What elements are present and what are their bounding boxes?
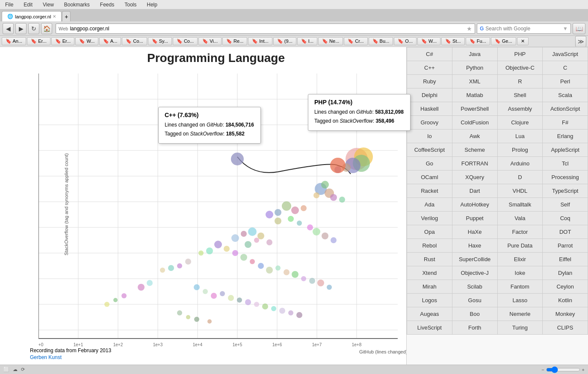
new-tab-button[interactable]: +: [62, 11, 71, 21]
lang-cell-io[interactable]: Io: [407, 130, 452, 143]
lang-cell-d[interactable]: D: [498, 171, 543, 184]
lang-cell-ruby[interactable]: Ruby: [407, 75, 452, 88]
lang-cell-mirah[interactable]: Mirah: [407, 280, 452, 293]
bookmark-o[interactable]: 🔖 O...: [394, 37, 417, 45]
lang-cell-logos[interactable]: Logos: [407, 294, 452, 307]
forward-button[interactable]: ▶: [15, 23, 27, 34]
lang-cell-fantom[interactable]: Fantom: [498, 280, 543, 293]
lang-cell-turing[interactable]: Turing: [498, 321, 543, 334]
lang-cell-perl[interactable]: Perl: [543, 75, 588, 88]
lang-cell-clips[interactable]: CLIPS: [543, 321, 588, 334]
bookmark-bu[interactable]: 🔖 Bu...: [369, 37, 393, 45]
lang-cell-coffeescript[interactable]: CoffeeScript: [407, 143, 452, 156]
lang-cell-coq[interactable]: Coq: [543, 212, 588, 225]
lang-cell-xquery[interactable]: XQuery: [452, 171, 497, 184]
lang-cell-go[interactable]: Go: [407, 157, 452, 170]
bookmark-st[interactable]: 🔖 St...: [441, 37, 465, 45]
bookmark-re[interactable]: 🔖 Re...: [222, 37, 247, 45]
lang-cell-groovy[interactable]: Groovy: [407, 116, 452, 129]
author-link[interactable]: Gerben Kunst: [30, 354, 111, 360]
lang-cell-tcl[interactable]: Tcl: [543, 157, 588, 170]
lang-cell-delphi[interactable]: Delphi: [407, 88, 452, 102]
menu-bookmarks[interactable]: Bookmarks: [62, 1, 92, 9]
bookmark-add[interactable]: ≫: [575, 36, 586, 47]
lang-cell-dart[interactable]: Dart: [452, 184, 497, 197]
bookmark-w2[interactable]: 🔖 W...: [417, 37, 440, 45]
bookmark-co1[interactable]: 🔖 Co...: [122, 37, 147, 45]
menu-feeds[interactable]: Feeds: [98, 1, 116, 9]
lang-cell-processing[interactable]: Processing: [543, 171, 588, 184]
lang-cell-fortran[interactable]: FORTRAN: [452, 157, 497, 170]
menu-file[interactable]: File: [3, 1, 15, 9]
lang-cell-objective-j[interactable]: Objective-J: [452, 266, 497, 280]
lang-cell-gosu[interactable]: Gosu: [452, 294, 497, 307]
lang-cell-scilab[interactable]: Scilab: [452, 280, 497, 293]
lang-cell-xml[interactable]: XML: [452, 75, 497, 88]
lang-cell-vhdl[interactable]: VHDL: [498, 184, 543, 197]
zoom-out-icon[interactable]: −: [541, 367, 544, 372]
lang-cell-javascript[interactable]: JavaScript: [543, 47, 588, 61]
lang-cell-vala[interactable]: Vala: [498, 212, 543, 225]
lang-cell-shell[interactable]: Shell: [498, 88, 543, 102]
lang-cell-rebol[interactable]: Rebol: [407, 239, 452, 252]
lang-cell-nemerle[interactable]: Nemerle: [498, 307, 543, 321]
lang-cell-livescript[interactable]: LiveScript: [407, 321, 452, 334]
lang-cell-self[interactable]: Self: [543, 198, 588, 211]
lang-cell-coldfusion[interactable]: ColdFusion: [452, 116, 497, 129]
lang-cell-haxe[interactable]: Haxe: [452, 239, 497, 252]
lang-cell-haskell[interactable]: Haskell: [407, 102, 452, 115]
lang-cell-parrot[interactable]: Parrot: [543, 239, 588, 252]
menu-view[interactable]: View: [41, 1, 56, 9]
lang-cell-elixir[interactable]: Elixir: [498, 253, 543, 266]
lang-cell-augeas[interactable]: Augeas: [407, 307, 452, 321]
lang-cell-smalltalk[interactable]: Smalltalk: [498, 198, 543, 211]
lang-cell-awk[interactable]: Awk: [452, 130, 497, 143]
lang-cell-assembly[interactable]: Assembly: [498, 102, 543, 115]
lang-cell-opa[interactable]: Opa: [407, 225, 452, 239]
lang-cell-puppet[interactable]: Puppet: [452, 212, 497, 225]
bookmark-a[interactable]: 🔖 A...: [99, 37, 121, 45]
bookmark-sy[interactable]: 🔖 Sy...: [148, 37, 172, 45]
star-icon[interactable]: ★: [467, 25, 472, 32]
lang-cell-c--[interactable]: C++: [407, 61, 452, 74]
lang-cell-c[interactable]: C: [543, 61, 588, 74]
lang-cell-ocaml[interactable]: OCaml: [407, 171, 452, 184]
lang-cell-autohotkey[interactable]: AutoHotkey: [452, 198, 497, 211]
lang-cell-boo[interactable]: Boo: [452, 307, 497, 321]
zoom-slider[interactable]: [546, 366, 580, 373]
lang-cell-verilog[interactable]: Verilog: [407, 212, 452, 225]
lang-cell-ada[interactable]: Ada: [407, 198, 452, 211]
search-submit-icon[interactable]: ▼: [563, 26, 568, 32]
lang-cell-c-[interactable]: C#: [407, 47, 452, 61]
lang-cell-factor[interactable]: Factor: [498, 225, 543, 239]
bookmark-an[interactable]: 🔖 An...: [2, 37, 26, 45]
lang-cell-r[interactable]: R: [498, 75, 543, 88]
lang-cell-ioke[interactable]: Ioke: [498, 266, 543, 280]
lang-cell-lasso[interactable]: Lasso: [498, 294, 543, 307]
lang-cell-monkey[interactable]: Monkey: [543, 307, 588, 321]
reload-button[interactable]: ↻: [28, 23, 39, 34]
menu-edit[interactable]: Edit: [22, 1, 34, 9]
bookmark-x[interactable]: ✕: [517, 37, 529, 45]
lang-cell-ceylon[interactable]: Ceylon: [543, 280, 588, 293]
tab-close-icon[interactable]: ✕: [53, 14, 56, 19]
lang-cell-racket[interactable]: Racket: [407, 184, 452, 197]
lang-cell-actionscript[interactable]: ActionScript: [543, 102, 588, 115]
lang-cell-f-[interactable]: F#: [543, 116, 588, 129]
bookmark-er2[interactable]: 🔖 Er...: [51, 37, 75, 45]
bookmark-co2[interactable]: 🔖 Co...: [173, 37, 198, 45]
lang-cell-typescript[interactable]: TypeScript: [543, 184, 588, 197]
bookmark-w[interactable]: 🔖 W...: [75, 37, 98, 45]
lang-cell-php[interactable]: PHP: [498, 47, 543, 61]
lang-cell-clojure[interactable]: Clojure: [498, 116, 543, 129]
bookmark-ge[interactable]: 🔖 Ge...: [491, 37, 516, 45]
lang-cell-powershell[interactable]: PowerShell: [452, 102, 497, 115]
lang-cell-forth[interactable]: Forth: [452, 321, 497, 334]
lang-cell-applescript[interactable]: AppleScript: [543, 143, 588, 156]
lang-cell-xtend[interactable]: Xtend: [407, 266, 452, 280]
bookmark-fu[interactable]: 🔖 Fu...: [466, 37, 490, 45]
lang-cell-scheme[interactable]: Scheme: [452, 143, 497, 156]
lang-cell-pure-data[interactable]: Pure Data: [498, 239, 543, 252]
search-input[interactable]: [485, 26, 563, 32]
addon-button[interactable]: 📖: [573, 23, 585, 34]
